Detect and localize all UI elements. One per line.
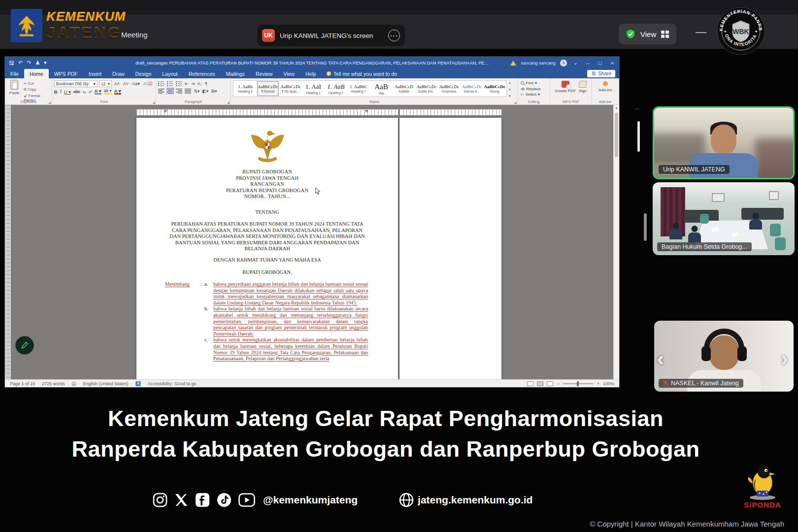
indent-marker[interactable] <box>164 110 167 113</box>
justify-icon[interactable] <box>185 88 191 94</box>
subscript-icon[interactable]: x₂ <box>83 90 86 94</box>
share-tab-more-icon[interactable]: ··· <box>388 30 400 41</box>
style-heading-6[interactable]: 1. AaBbHeading 6 <box>234 81 256 96</box>
account-avatar[interactable]: S <box>560 60 567 66</box>
font-size-select[interactable]: 12▾ <box>99 80 112 87</box>
grow-font-icon[interactable]: A˄ <box>113 81 121 86</box>
tab-file[interactable]: File <box>5 69 24 78</box>
tab-view[interactable]: View <box>278 69 300 78</box>
save-icon[interactable]: 🖫 <box>9 60 14 66</box>
line-spacing-icon[interactable]: ⇅▾ <box>194 89 200 94</box>
window-minimize-icon[interactable]: – <box>584 60 592 66</box>
chevron-up-icon[interactable]: ︿ <box>634 104 640 112</box>
superscript-icon[interactable]: x² <box>89 90 92 94</box>
screen-share-tab[interactable]: UK Urip KANWIL JATENG's screen ··· <box>257 25 405 46</box>
minimize-window-icon[interactable]: — <box>696 26 706 38</box>
document-page-1[interactable]: BUPATI GROBOGAN PROVINSI JAWA TENGAH RAN… <box>136 118 398 379</box>
zoom-out-icon[interactable]: − <box>557 381 559 386</box>
scroll-up-icon[interactable]: ▲ <box>615 106 618 109</box>
text-effects-icon[interactable]: A ▾ <box>95 89 101 95</box>
styles-gallery-scroll[interactable]: ▲▼▼ <box>508 80 511 99</box>
page-indicator[interactable]: Page 1 of 10 <box>10 381 35 386</box>
style-subtitle[interactable]: AaBbCcDSubtitle <box>393 81 415 96</box>
numbering-icon[interactable] <box>167 81 173 86</box>
document-scrollbar[interactable]: ▲ <box>613 105 619 379</box>
align-left-icon[interactable] <box>158 88 165 94</box>
zoom-slider[interactable] <box>563 383 594 384</box>
strikethrough-icon[interactable]: abc <box>73 89 80 94</box>
document-page-2[interactable] <box>399 118 501 379</box>
cut-button[interactable]: ✂ Cut <box>24 81 50 86</box>
show-paragraph-marks-icon[interactable]: ¶ <box>205 81 207 86</box>
indent-marker[interactable] <box>365 110 368 113</box>
tab-layout[interactable]: Layout <box>157 69 183 78</box>
addins-icon[interactable] <box>603 81 608 86</box>
tab-help[interactable]: Help <box>300 69 322 78</box>
user-icon[interactable]: ♟ <box>35 60 40 66</box>
tell-me-box[interactable]: Tell me what you want to do <box>322 69 402 78</box>
qat-dropdown-icon[interactable]: ▾ <box>44 60 47 66</box>
align-right-icon[interactable] <box>176 88 182 94</box>
style-heading-7[interactable]: 1. AaBbCHeading 7 <box>348 81 369 96</box>
tab-references[interactable]: References <box>183 69 221 78</box>
participant-tile-urip[interactable]: Urip KANWIL JATENG <box>653 106 795 179</box>
increase-indent-icon[interactable]: ⇥ <box>191 81 195 86</box>
ribbon-display-options-icon[interactable]: ⌄ <box>571 60 579 66</box>
panel-scrollbar[interactable] <box>637 121 640 152</box>
scrollbar-thumb[interactable] <box>615 113 618 157</box>
create-pdf-button[interactable]: Create PDF <box>555 81 576 99</box>
language-indicator[interactable]: English (United States) <box>83 381 129 386</box>
copy-button[interactable]: ⧉ Copy <box>24 87 50 92</box>
web-layout-icon[interactable] <box>547 381 553 386</box>
tab-review[interactable]: Review <box>250 69 278 78</box>
tab-design[interactable]: Design <box>130 69 157 78</box>
participant-tile-naskel[interactable]: NASKEL - Kanwil Jateng <box>654 321 794 392</box>
style-heading-1[interactable]: 1. AaIHeading 1 <box>302 81 324 96</box>
font-color-icon[interactable]: A ▾ <box>114 89 121 95</box>
share-document-button[interactable]: 🖻 Share <box>587 70 615 77</box>
italic-icon[interactable]: I <box>60 89 62 94</box>
accessibility-status[interactable]: Accessibility: Good to go <box>148 381 197 386</box>
addins-label[interactable]: Add-ins <box>598 88 612 92</box>
bullets-icon[interactable] <box>158 81 165 86</box>
participant-tile-bagian-hukum[interactable]: Bagian Hukum Setda Grobog... <box>653 182 795 255</box>
zoom-level[interactable]: 100% <box>603 381 614 386</box>
multilevel-list-icon[interactable] <box>176 81 182 86</box>
style-heading-2[interactable]: 1. AaBHeading 2 <box>325 81 347 96</box>
shrink-font-icon[interactable]: A˅ <box>122 81 130 86</box>
print-layout-icon[interactable] <box>537 381 543 386</box>
style-strong[interactable]: AaBbCcDeStrong <box>484 81 505 96</box>
style-no-spacing[interactable]: AaBbCcDc¶ No Spac... <box>280 81 301 96</box>
filmstrip-prev-icon[interactable]: ‹ <box>657 349 664 368</box>
borders-icon[interactable]: ⊞▾ <box>211 89 217 94</box>
zoom-slider-thumb[interactable] <box>577 381 579 386</box>
annotate-button[interactable] <box>15 336 34 355</box>
zoom-in-icon[interactable]: + <box>597 381 599 386</box>
window-close-icon[interactable]: × <box>608 60 616 66</box>
change-case-icon[interactable]: Aa▾ <box>131 81 141 86</box>
sort-icon[interactable]: A↓ <box>197 81 202 86</box>
clipboard-dialog-launcher-icon[interactable]: ◢ <box>48 100 51 104</box>
tab-mailings[interactable]: Mailings <box>220 69 250 78</box>
style-normal[interactable]: AaBbCcDc¶ Normal <box>257 81 279 96</box>
read-mode-icon[interactable] <box>527 381 533 386</box>
account-name[interactable]: sancang sancang <box>521 61 556 66</box>
style-subtle-emphasis[interactable]: AaBbCcDcSubtle Em... <box>416 81 437 96</box>
select-button[interactable]: ▻Select▾ <box>521 92 548 97</box>
decrease-indent-icon[interactable]: ⇤ <box>185 81 189 86</box>
style-title[interactable]: AaBTitle <box>370 81 392 96</box>
tab-wps-pdf[interactable]: WPS PDF <box>49 69 83 78</box>
redo-icon[interactable]: ↷ <box>27 60 31 66</box>
word-count[interactable]: 2725 words <box>42 381 65 386</box>
tab-home[interactable]: Home <box>24 69 49 78</box>
proofing-icon[interactable]: 🕮 <box>72 381 76 386</box>
window-restore-icon[interactable]: □ <box>596 60 604 66</box>
tab-insert[interactable]: Insert <box>83 69 107 78</box>
tab-draw[interactable]: Draw <box>107 69 130 78</box>
font-dialog-launcher-icon[interactable]: ◢ <box>153 100 155 104</box>
filmstrip-next-icon[interactable]: › <box>781 349 788 368</box>
view-button[interactable]: View <box>619 24 676 44</box>
style-intense-emphasis[interactable]: AaBbCcDcIntense E... <box>461 81 483 96</box>
highlight-color-icon[interactable]: ab ▾ <box>104 89 112 95</box>
replace-button[interactable]: abReplace <box>521 87 548 91</box>
